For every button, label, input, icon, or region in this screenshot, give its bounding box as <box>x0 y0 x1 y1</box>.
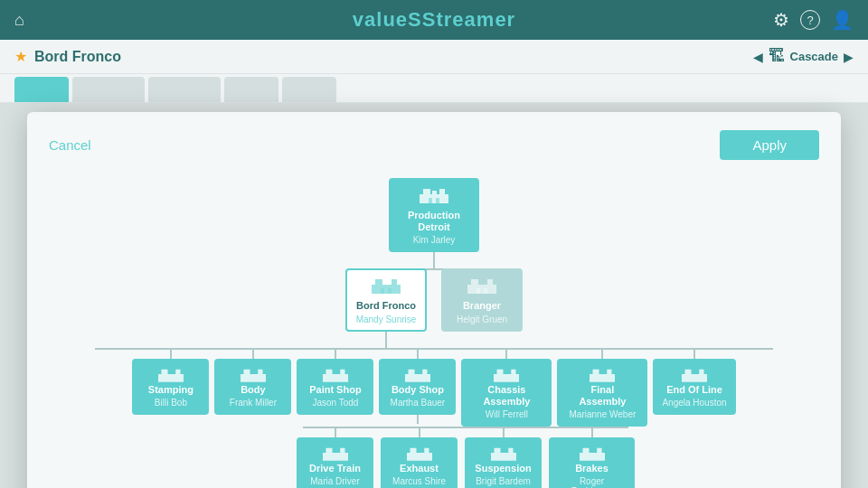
node-name-branger: Branger <box>450 300 514 312</box>
subtabs-bar <box>0 74 868 103</box>
node-sub-body: Frank Miller <box>223 398 282 408</box>
subtab-3[interactable] <box>148 77 221 102</box>
svg-rect-36 <box>699 369 703 373</box>
subtab-5[interactable] <box>282 77 336 102</box>
breadcrumb-bar: ★ Bord Fronco ◀ 🏗 Cascade ▶ <box>0 40 868 74</box>
node-sub-brakes: Roger Rodriguez <box>558 476 626 488</box>
connector-root-down <box>433 252 435 268</box>
tree-node-stamping[interactable]: Stamping Billi Bob <box>132 359 209 415</box>
logo-value: value <box>353 8 408 31</box>
logo: valueSStreamer <box>353 8 515 31</box>
subtab-4[interactable] <box>224 77 278 102</box>
svg-rect-16 <box>158 374 184 382</box>
svg-rect-25 <box>405 374 430 382</box>
tree-node-drive-train[interactable]: Drive Train Maria Driver <box>297 437 373 488</box>
svg-rect-46 <box>580 453 605 461</box>
node-wrapper-final-assembly: Final Assembly Marianne Weber <box>557 350 647 427</box>
h-line-l4 <box>303 427 628 428</box>
factory-icon-bord <box>354 276 418 298</box>
svg-rect-47 <box>582 448 589 453</box>
factory-icon <box>398 185 470 208</box>
cancel-button[interactable]: Cancel <box>49 137 91 153</box>
svg-rect-6 <box>372 285 401 294</box>
tree-node-chassis[interactable]: Chassis Assembly Will Ferrell <box>461 359 552 427</box>
node-sub-stamping: Billi Bob <box>141 398 200 408</box>
breadcrumb-right: ◀ 🏗 Cascade ▶ <box>753 47 854 66</box>
svg-rect-37 <box>323 453 348 461</box>
svg-rect-1 <box>423 189 430 194</box>
cascade-arrow-right[interactable]: ▶ <box>844 50 854 64</box>
tree-node-paint-shop[interactable]: Paint Shop Jason Todd <box>297 359 373 415</box>
tree-node-body[interactable]: Body Frank Miller <box>214 359 291 415</box>
node-name-end-of-line: End Of Line <box>662 384 726 396</box>
tree-level-root: Production Detroit Kim Jarley <box>389 178 479 268</box>
svg-rect-41 <box>410 448 416 453</box>
svg-rect-33 <box>608 369 612 373</box>
svg-rect-29 <box>497 369 504 373</box>
svg-rect-17 <box>161 369 167 373</box>
tree-level-2: Bord Fronco Mandy Sunrise <box>345 268 523 347</box>
node-wrapper-stamping: Stamping Billi Bob <box>132 350 209 415</box>
tree-node-bord-fronco[interactable]: Bord Fronco Mandy Sunrise <box>345 268 427 331</box>
node-name-chassis: Chassis Assembly <box>470 384 542 408</box>
logo-streamer: Streamer <box>422 8 515 31</box>
svg-rect-32 <box>593 369 599 373</box>
node-name-paint-shop: Paint Shop <box>306 384 364 396</box>
node-sub-end-of-line: Angela Houston <box>662 398 726 408</box>
svg-rect-44 <box>494 448 500 453</box>
node-name-drive-train: Drive Train <box>306 463 364 474</box>
svg-rect-31 <box>590 374 615 382</box>
tree-node-branger[interactable]: Branger Helgit Gruen <box>441 268 523 331</box>
svg-rect-48 <box>597 448 601 453</box>
factory-icon-branger <box>450 276 514 298</box>
svg-rect-11 <box>467 285 496 294</box>
tree-node-suspension[interactable]: Suspension Brigit Bardem <box>465 437 542 488</box>
node-sub-branger: Helgit Gruen <box>450 314 514 324</box>
svg-rect-13 <box>487 279 493 285</box>
svg-rect-30 <box>512 369 516 373</box>
node-wrapper-branger: Branger Helgit Gruen <box>441 268 523 331</box>
modal-overlay: Cancel Apply <box>0 103 868 488</box>
home-icon[interactable]: ⌂ <box>14 11 24 30</box>
node-wrapper-body-shop: Body Shop Martha Bauer <box>379 350 456 424</box>
node-name-body: Body <box>223 384 282 396</box>
svg-rect-2 <box>432 191 437 194</box>
subtab-1[interactable] <box>14 77 69 102</box>
svg-rect-24 <box>340 369 344 373</box>
topbar: ⌂ valueSStreamer ⚙ ? 👤 <box>0 0 868 40</box>
node-sub-body-shop: Martha Bauer <box>388 398 447 408</box>
topbar-left: ⌂ <box>14 11 24 30</box>
svg-rect-35 <box>684 369 691 373</box>
tree-node-final-assembly[interactable]: Final Assembly Marianne Weber <box>557 359 647 427</box>
h-line-l3 <box>95 348 773 350</box>
svg-rect-0 <box>420 194 448 203</box>
help-icon[interactable]: ? <box>800 10 820 30</box>
apply-button[interactable]: Apply <box>720 130 819 160</box>
tree-node-production-detroit[interactable]: Production Detroit Kim Jarley <box>389 178 479 252</box>
topbar-right: ⚙ ? 👤 <box>773 9 854 31</box>
subtab-2[interactable] <box>72 77 145 102</box>
svg-rect-22 <box>323 374 348 382</box>
user-icon[interactable]: 👤 <box>831 9 854 31</box>
org-tree: Production Detroit Kim Jarley <box>49 174 819 488</box>
node-sub-exhaust: Marcus Shire <box>390 476 448 486</box>
node-name-bord-fronco: Bord Fronco <box>354 300 418 312</box>
svg-rect-7 <box>375 279 382 285</box>
tree-node-exhaust[interactable]: Exhaust Marcus Shire <box>381 437 458 488</box>
star-icon[interactable]: ★ <box>14 48 27 65</box>
svg-rect-10 <box>388 288 392 294</box>
tree-node-end-of-line[interactable]: End Of Line Angela Houston <box>653 359 735 415</box>
gear-icon[interactable]: ⚙ <box>773 9 789 31</box>
node-wrapper-exhaust: Exhaust Marcus Shire <box>381 428 458 488</box>
cascade-arrow-left[interactable]: ◀ <box>753 50 763 64</box>
node-wrapper-suspension: Suspension Brigit Bardem <box>465 428 542 488</box>
svg-rect-34 <box>682 374 707 382</box>
node-name-suspension: Suspension <box>474 463 533 474</box>
tree-node-body-shop[interactable]: Body Shop Martha Bauer <box>379 359 456 415</box>
node-sub-final-assembly: Marianne Weber <box>566 409 638 419</box>
node-wrapper-chassis: Chassis Assembly Will Ferrell <box>461 350 552 427</box>
tree-node-brakes[interactable]: Brakes Roger Rodriguez <box>549 437 635 488</box>
svg-rect-40 <box>407 453 432 461</box>
node-name-exhaust: Exhaust <box>390 463 448 474</box>
svg-rect-27 <box>422 369 427 373</box>
